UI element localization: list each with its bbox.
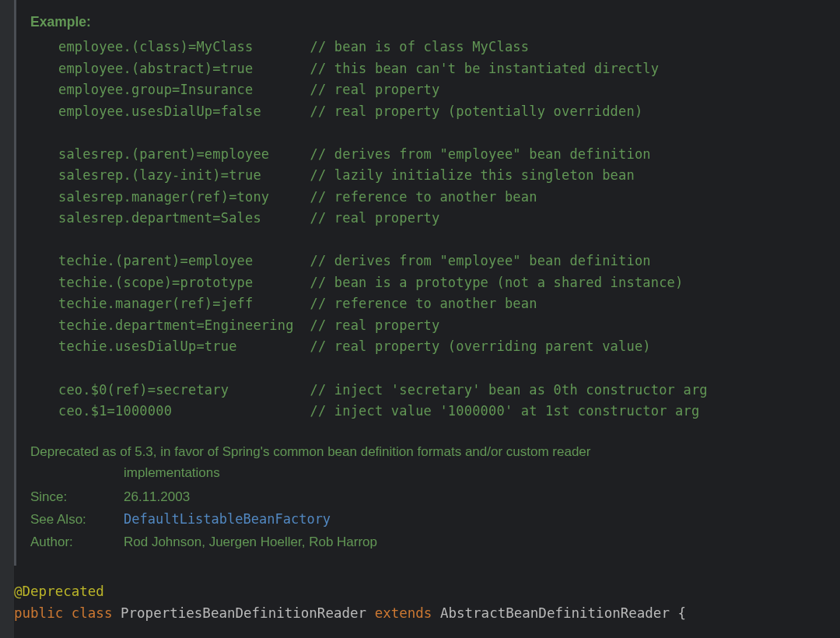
editor-gutter — [0, 0, 14, 638]
see-also-row: See Also: DefaultListableBeanFactory — [30, 509, 831, 530]
class-name-token: PropertiesBeanDefinitionReader — [121, 605, 366, 621]
deprecated-row: Deprecated as of 5.3, in favor of Spring… — [30, 441, 831, 483]
javadoc-block: Example: employee.(class)=MyClass // bea… — [14, 0, 840, 566]
deprecated-label: Deprecated — [30, 444, 99, 459]
annotation-token: @Deprecated — [14, 584, 104, 599]
super-name-token: AbstractBeanDefinitionReader — [440, 605, 670, 621]
author-row: Author: Rod Johnson, Juergen Hoeller, Ro… — [30, 531, 831, 552]
author-value: Rod Johnson, Juergen Hoeller, Rob Harrop — [124, 531, 831, 552]
since-value: 26.11.2003 — [124, 486, 831, 507]
keyword-extends: extends — [375, 605, 432, 621]
keyword-public: public — [14, 605, 63, 621]
since-row: Since: 26.11.2003 — [30, 486, 831, 507]
deprecated-text-cont: implementations — [124, 462, 831, 483]
see-also-link[interactable]: DefaultListableBeanFactory — [124, 511, 331, 527]
open-brace: { — [678, 605, 687, 621]
see-also-value: DefaultListableBeanFactory — [124, 509, 831, 530]
deprecated-text: as of 5.3, in favor of Spring's common b… — [99, 444, 591, 459]
source-declaration: @Deprecated public class PropertiesBeanD… — [14, 580, 686, 624]
author-label: Author: — [30, 531, 124, 552]
since-label: Since: — [30, 486, 124, 507]
example-header: Example: — [30, 14, 831, 30]
see-also-label: See Also: — [30, 509, 124, 530]
example-code: employee.(class)=MyClass // bean is of c… — [58, 37, 831, 422]
javadoc-meta: Deprecated as of 5.3, in favor of Spring… — [30, 441, 831, 553]
keyword-class: class — [72, 605, 113, 621]
